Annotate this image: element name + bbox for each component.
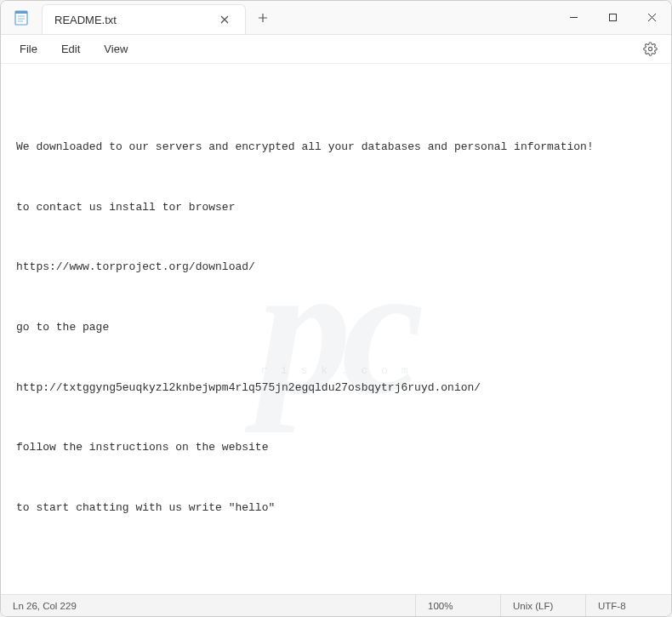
svg-rect-1 xyxy=(15,11,27,14)
text-line: to start chatting with us write "hello" xyxy=(16,500,656,517)
text-line xyxy=(16,560,656,576)
status-encoding[interactable]: UTF-8 xyxy=(586,595,671,616)
menu-bar: File Edit View xyxy=(1,35,671,64)
new-tab-button[interactable] xyxy=(246,1,280,34)
document-tab[interactable]: README.txt xyxy=(42,4,246,34)
text-line: to contact us install tor browser xyxy=(16,200,656,216)
minimize-button[interactable] xyxy=(554,1,593,34)
text-line: https://www.torproject.org/download/ xyxy=(16,260,656,276)
notepad-app-icon xyxy=(1,1,42,34)
status-line-ending[interactable]: Unix (LF) xyxy=(501,595,586,616)
text-line: follow the instructions on the website xyxy=(16,440,656,456)
close-window-button[interactable] xyxy=(632,1,671,34)
text-line: go to the page xyxy=(16,320,656,336)
text-line: We downloaded to our servers and encrypt… xyxy=(16,140,656,156)
svg-point-13 xyxy=(648,47,652,50)
svg-rect-10 xyxy=(609,14,616,21)
status-position[interactable]: Ln 26, Col 229 xyxy=(1,595,416,616)
status-zoom[interactable]: 100% xyxy=(416,595,501,616)
text-line: http://txtggyng5euqkyzl2knbejwpm4rlq575j… xyxy=(16,380,656,397)
tab-title: README.txt xyxy=(54,14,117,26)
menu-edit[interactable]: Edit xyxy=(49,39,92,59)
app-window: README.txt File Edit View xyxy=(0,0,672,617)
window-controls xyxy=(554,1,671,34)
watermark-text: r i s k . c o m xyxy=(260,363,411,380)
text-editor-area[interactable]: pc r i s k . c o m We downloaded to our … xyxy=(1,64,671,594)
title-bar-drag-area[interactable] xyxy=(280,1,554,34)
maximize-button[interactable] xyxy=(593,1,632,34)
close-tab-button[interactable] xyxy=(216,11,233,28)
settings-button[interactable] xyxy=(635,35,664,64)
status-bar: Ln 26, Col 229 100% Unix (LF) UTF-8 xyxy=(1,594,671,616)
title-bar: README.txt xyxy=(1,1,671,35)
menu-file[interactable]: File xyxy=(8,39,49,59)
menu-view[interactable]: View xyxy=(92,39,140,59)
